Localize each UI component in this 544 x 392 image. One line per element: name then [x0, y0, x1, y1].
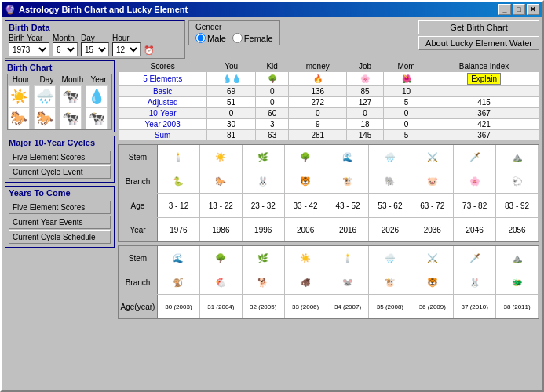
five-el-job: 🌸 — [347, 72, 384, 86]
clock-icon-wrap: ⏰ — [144, 45, 155, 56]
branch-label: Branch — [119, 169, 158, 193]
year-cell-7: 2036 — [411, 218, 454, 241]
age-row: Age 3 - 12 13 - 22 23 - 32 33 - 42 43 - … — [119, 194, 539, 218]
year-cell-9: 2056 — [496, 218, 539, 241]
branch2-cell-8: 🐰 — [454, 270, 496, 294]
hour-select[interactable]: 120618 — [112, 42, 141, 56]
chart-cell-year-top: 💧 — [86, 85, 108, 107]
about-lucky-element-button[interactable]: About Lucky Element Water — [418, 36, 539, 50]
stem2-cell-4: ☀️ — [285, 246, 327, 270]
sum-job: 145 — [347, 130, 384, 141]
age-cell-2: 13 - 22 — [200, 194, 243, 217]
branch-cell-7: 🐷 — [411, 169, 454, 193]
hour-header: Hour — [8, 74, 34, 85]
age-cell-1: 3 - 12 — [158, 194, 200, 217]
basic-money: 136 — [289, 86, 347, 97]
gender-panel: Gender Male Female — [188, 20, 280, 45]
main-window: 🔮 Astrology Birth Chart and Lucky Elemen… — [0, 0, 544, 392]
ten-year-label: 10-Year — [119, 108, 207, 119]
stem2-cell-9: ⛰️ — [496, 246, 539, 270]
stem-cell-8: 🗡️ — [454, 145, 496, 169]
stem2-cell-6: 🌧️ — [369, 246, 411, 270]
birth-year-select[interactable]: 19731970197119721974 — [9, 42, 49, 56]
ten-year-money: 0 — [289, 108, 347, 119]
month-select[interactable]: 612345 — [53, 42, 78, 56]
branch-label2: Branch — [119, 270, 158, 294]
balance-header: Balance Index — [429, 61, 539, 72]
five-el-kid: 🌳 — [255, 72, 289, 86]
stem2-cell-8: 🗡️ — [454, 246, 496, 270]
ten-year-kid: 60 — [255, 108, 289, 119]
branch2-cell-6: 🐮 — [369, 270, 411, 294]
sum-kid: 63 — [255, 130, 289, 141]
age-year-cell-1: 30 (2003) — [158, 295, 200, 318]
branch-cell-3: 🐰 — [243, 169, 285, 193]
years-five-element-scores-button[interactable]: Five Element Scores — [9, 201, 111, 214]
major-cycles-grid: Stem 🕯️ ☀️ 🌿 🌳 🌊 🌧️ ⚔️ 🗡️ ⛰️ — [118, 144, 539, 242]
branch-cell-1: 🐍 — [158, 169, 200, 193]
close-button[interactable]: ✕ — [527, 4, 539, 15]
current-year-events-button[interactable]: Current Year Events — [9, 216, 111, 229]
branch2-cell-4: 🐗 — [285, 270, 327, 294]
branch2-cell-1: 🐒 — [158, 270, 200, 294]
stem-label2: Stem — [119, 246, 158, 270]
branch2-cell-3: 🐕 — [243, 270, 285, 294]
year-cell-6: 2026 — [369, 218, 411, 241]
stem-cells2: 🌊 🌳 🌿 ☀️ 🕯️ 🌧️ ⚔️ 🗡️ ⛰️ — [158, 246, 539, 270]
mom-header: Mom — [384, 61, 429, 72]
female-radio[interactable] — [232, 33, 243, 43]
adjusted-kid: 0 — [255, 97, 289, 108]
age-year-row: Age(year) 30 (2003) 31 (2004) 32 (2005) … — [119, 295, 539, 318]
branch-cell-5: 🐮 — [327, 169, 370, 193]
current-cycle-event-button[interactable]: Current Cycle Event — [9, 165, 111, 179]
age-year-cell-6: 35 (2008) — [369, 295, 411, 318]
adjusted-money: 272 — [289, 97, 347, 108]
explain-button[interactable]: Explain — [467, 73, 501, 85]
age-cell-8: 73 - 82 — [454, 194, 496, 217]
chart-row1: ☀️ 🌧️ 🐄 💧 — [8, 85, 111, 107]
year2003-you: 30 — [207, 119, 256, 130]
left-panel: Birth Chart Hour Day Month Year ☀️ 🌧️ 🐄 — [5, 60, 115, 387]
stem-label: Stem — [119, 145, 158, 169]
get-birth-chart-button[interactable]: Get Birth Chart — [418, 20, 539, 34]
adjusted-mom: 5 — [384, 97, 429, 108]
male-label-text: Male — [207, 34, 226, 43]
year2003-job: 18 — [347, 119, 384, 130]
chart-cell-hour-top: ☀️ — [8, 85, 30, 107]
branch-row2: Branch 🐒 🐔 🐕 🐗 🐭 🐮 🐯 🐰 🐲 — [119, 270, 539, 295]
female-radio-label[interactable]: Female — [232, 33, 273, 43]
scores-table: Scores You Kid money Job Mom Balance Ind… — [118, 60, 539, 141]
ten-year-row: 10-Year 0 60 0 0 0 367 — [119, 108, 539, 119]
year2003-kid: 3 — [255, 119, 289, 130]
day-group: Day 15151020 — [81, 34, 109, 56]
app-title: Astrology Birth Chart and Lucky Element — [19, 5, 188, 14]
basic-mom: 10 — [384, 86, 429, 97]
sum-money: 281 — [289, 130, 347, 141]
ten-year-balance: 367 — [429, 108, 539, 119]
minimize-button[interactable]: _ — [498, 4, 511, 15]
five-element-scores-button[interactable]: Five Element Scores — [9, 151, 111, 164]
male-radio-label[interactable]: Male — [195, 33, 226, 43]
explain-btn-cell: Explain — [429, 72, 539, 86]
day-select[interactable]: 15151020 — [81, 42, 109, 56]
right-panel: Scores You Kid money Job Mom Balance Ind… — [118, 60, 539, 387]
job-header: Job — [347, 61, 384, 72]
five-el-mom: 🌺 — [384, 72, 429, 86]
branch-cell-8: 🌸 — [454, 169, 496, 193]
gender-title: Gender — [195, 23, 273, 31]
stem-cell-7: ⚔️ — [411, 145, 454, 169]
chart-headers: Hour Day Month Year — [8, 74, 111, 85]
birth-inputs: Birth Year 19731970197119721974 Month 61… — [9, 34, 181, 56]
adjusted-label: Adjusted — [119, 97, 207, 108]
age-cells: 3 - 12 13 - 22 23 - 32 33 - 42 43 - 52 5… — [158, 194, 539, 217]
day-label: Day — [81, 34, 109, 42]
male-radio[interactable] — [195, 33, 206, 43]
maximize-button[interactable]: □ — [513, 4, 525, 15]
year-row: Year 1976 1986 1996 2006 2016 2026 2036 … — [119, 218, 539, 241]
age-cell-4: 33 - 42 — [285, 194, 327, 217]
current-cycle-schedule-button[interactable]: Current Cycle Schedule — [9, 230, 111, 244]
branch-cell-6: 🐘 — [369, 169, 411, 193]
basic-label: Basic — [119, 86, 207, 97]
stem-cell-6: 🌧️ — [369, 145, 411, 169]
age-cell-3: 23 - 32 — [243, 194, 285, 217]
